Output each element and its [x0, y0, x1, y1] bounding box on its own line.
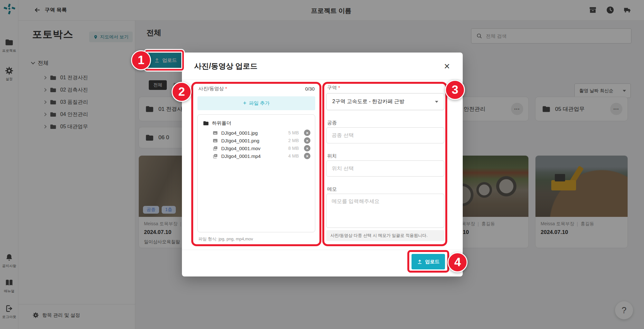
work-type-label: 공종	[327, 120, 337, 126]
annotation-step-2: 2	[172, 82, 192, 102]
annotation-step-4: 4	[448, 252, 468, 272]
file-row: DJIgo4_0001.jpg 5 MB ×	[213, 129, 310, 137]
video-file-icon	[213, 153, 218, 159]
zone-select[interactable]: 2구역 고속도로 - 한강카페 근방	[326, 93, 444, 110]
modal-upload-button[interactable]: 업로드	[412, 254, 445, 269]
file-name: DJIgo4_0001.jpg	[221, 130, 285, 136]
file-size: 5 MB	[288, 130, 299, 135]
file-row: DJIgo4_0001.png 2 MB ×	[213, 137, 310, 144]
location-label: 위치	[327, 153, 337, 159]
image-file-icon	[213, 138, 218, 143]
app-root: 구역 목록 프로젝트 이름 프로젝트 설정 공지사항	[0, 0, 644, 329]
video-file-icon	[213, 146, 218, 151]
file-counter: 0/30	[305, 86, 315, 92]
close-icon[interactable]: ×	[444, 61, 450, 71]
remove-file-icon[interactable]: ×	[304, 130, 310, 136]
file-size: 8 MB	[288, 146, 299, 151]
subfolder-label: 하위폴더	[212, 120, 231, 126]
file-size: 2 MB	[288, 138, 299, 143]
plus-icon: +	[243, 100, 247, 107]
zone-value: 2구역 고속도로 - 한강카페 근방	[332, 98, 404, 105]
file-size: 4 MB	[288, 153, 299, 159]
file-list-box: 하위폴더 DJIgo4_0001.jpg 5 MB × DJIgo4_0001.…	[197, 114, 315, 232]
file-name: DJIgo4_0001.mov	[221, 146, 285, 151]
zone-label: 구역 *	[327, 85, 340, 91]
file-row: DJIgo4_0001.mov 8 MB ×	[213, 144, 310, 152]
upload-modal: 사진/동영상 업로드 × 사진/동영상 * 0/30 + 파일 추가 하위폴더 …	[182, 53, 463, 276]
file-list: DJIgo4_0001.jpg 5 MB × DJIgo4_0001.png 2…	[213, 129, 310, 160]
memo-textarea[interactable]	[326, 194, 444, 228]
required-mark: *	[225, 86, 227, 91]
work-type-input[interactable]	[326, 127, 444, 143]
upload-icon	[417, 259, 422, 265]
modal-title: 사진/동영상 업로드	[194, 61, 258, 71]
remove-file-icon[interactable]: ×	[304, 153, 310, 159]
remove-file-icon[interactable]: ×	[304, 137, 310, 144]
modal-header: 사진/동영상 업로드 ×	[182, 53, 463, 80]
location-input[interactable]	[326, 160, 444, 177]
modal-upload-label: 업로드	[425, 259, 440, 265]
file-format-hint: 파일 형식: jpg, png, mp4,mov	[198, 236, 253, 242]
file-name: DJIgo4_0001.mp4	[221, 153, 285, 159]
modal-footer-divider	[182, 250, 463, 250]
memo-note: 사진/동영상 다중 선택 시 메모가 일괄로 적용됩니다.	[326, 230, 444, 241]
memo-label: 메모	[327, 186, 337, 192]
add-file-label: 파일 추가	[249, 100, 270, 106]
files-label: 사진/동영상 *	[198, 86, 227, 92]
subfolder-row[interactable]: 하위폴더	[203, 120, 310, 126]
image-file-icon	[213, 130, 218, 136]
folder-icon	[203, 120, 209, 126]
caret-down-icon	[435, 101, 438, 103]
annotation-step-1: 1	[131, 50, 151, 70]
file-name: DJIgo4_0001.png	[221, 138, 285, 143]
remove-file-icon[interactable]: ×	[304, 145, 310, 151]
add-file-button[interactable]: + 파일 추가	[197, 96, 315, 110]
files-section-label: 사진/동영상 * 0/30	[198, 86, 315, 92]
file-row: DJIgo4_0001.mp4 4 MB ×	[213, 152, 310, 160]
annotation-step-3: 3	[445, 80, 465, 100]
required-mark: *	[338, 85, 340, 90]
